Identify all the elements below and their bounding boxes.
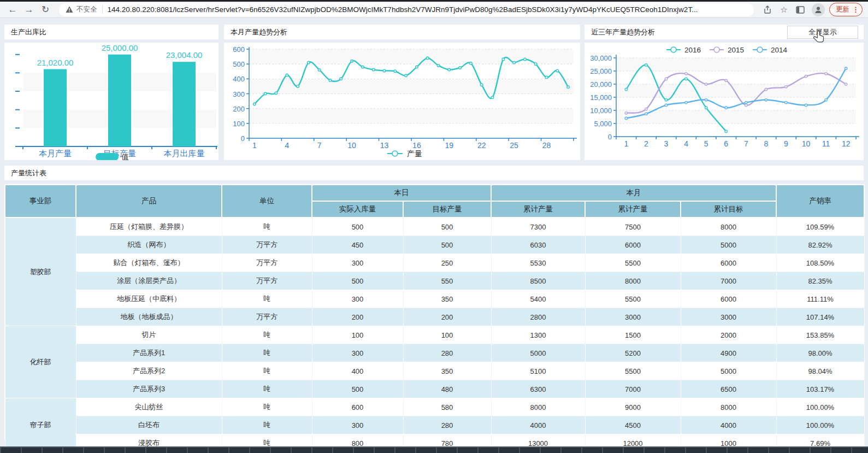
x-axis-label: 3 [664,139,669,148]
table-cell: 1300 [491,326,585,344]
data-point [845,67,847,69]
data-point [705,99,707,101]
data-point [286,74,288,77]
table-cell: 8500 [491,272,585,290]
table-cell: 280 [403,416,491,434]
split-area-band [249,109,574,123]
side-panel-icon[interactable] [793,6,807,14]
three-year-panel-header: 近三年产量趋势分析 全屏显示 [584,25,864,39]
table-cell: 7000 [681,272,776,290]
three-year-title: 近三年产量趋势分析 [591,27,655,37]
table-cell: 切片 [76,326,222,344]
y-axis-label: 200 [233,105,245,113]
browser-menu-dots-icon[interactable]: ⋮ [852,5,859,14]
table-cell: 织造（网布） [76,236,222,254]
data-point [502,58,505,61]
table-cell: 尖山纺丝 [76,398,222,416]
x-axis-label: 19 [445,141,454,150]
data-point [556,69,559,72]
fullscreen-button[interactable]: 全屏显示 [787,26,858,39]
data-point [459,67,462,69]
data-point [685,101,687,103]
reload-icon[interactable]: ↻ [38,3,52,16]
data-point [437,64,440,67]
data-point [685,78,687,80]
url-text[interactable]: 144.20.80.220:8081/lczServer/hrServlet?v… [108,5,748,14]
bar-category-label: 本月产量 [39,149,72,158]
three-year-panel: 05,00010,00015,00020,00025,00030,0001234… [584,43,864,160]
back-icon[interactable]: ← [5,3,20,16]
table-cell: 6300 [491,380,585,398]
data-point [805,104,807,106]
y-axis-label: 300 [233,90,245,98]
bar [108,55,131,146]
table-cell: 吨 [222,416,312,434]
y-axis-label: 0 [241,134,245,143]
table-cell: 500 [403,236,491,254]
division-cell: 化纤部 [5,326,76,398]
bookmark-star-icon[interactable]: ☆ [777,5,791,15]
table-cell: 吨 [222,217,312,236]
x-axis-label: 13 [380,141,389,150]
table-row: 白坯布吨300280400045004000100.00% [5,416,864,434]
col-header-product: 产品 [76,185,222,217]
table-cell: 280 [403,344,491,362]
table-cell: 6000 [681,290,776,308]
data-point [383,69,386,72]
table-cell: 200 [403,308,491,326]
table-cell: 8000 [585,272,681,290]
table-cell: 580 [403,398,491,416]
table-row: 贴合（灯箱布、篷布）万平方300250553055006000108.50% [5,254,864,272]
legend-label: 2016 [684,46,701,54]
x-axis-label: 12 [842,139,851,148]
table-cell: 100 [403,326,491,344]
address-bar[interactable]: 不安全 144.20.80.220:8081/lczServer/hrServl… [59,3,754,16]
security-warning-icon[interactable] [66,6,73,13]
table-cell: 7000 [585,380,681,398]
table-cell: 350 [403,290,491,308]
table-cell: 5500 [585,290,681,308]
sub-header-today: 实际入库量 [312,201,403,217]
table-cell: 吨 [222,362,312,380]
y-axis-label: 15,000 [590,93,612,102]
table-cell: 98.00% [776,344,864,362]
legend-label: 值 [121,152,129,160]
data-point [625,112,627,114]
sub-header-today: 目标产量 [403,201,491,217]
split-area-band [249,49,574,64]
table-cell: 500 [312,217,403,236]
data-point [405,74,408,77]
bar-category-label: 本月出库量 [164,149,205,158]
table-cell: 2800 [491,308,585,326]
table-cell: 82.92% [776,236,864,254]
table-cell: 500 [312,380,403,398]
group-header-today: 本日 [312,185,491,201]
table-cell: 贴合（灯箱布、篷布） [76,254,222,272]
data-point [318,69,321,72]
table-cell: 153.85% [776,326,864,344]
profile-avatar-icon[interactable] [812,3,825,16]
x-axis-label: 10 [347,141,356,150]
share-icon[interactable] [760,5,775,14]
data-point [340,78,343,80]
legend-marker-circle [714,47,719,52]
table-row: 涂层（涂层类产品）万平方50055085008000700082.35% [5,272,864,290]
legend-marker-circle [757,47,763,52]
table-cell: 300 [312,254,403,272]
update-button[interactable]: 更新 ⋮ [829,3,863,16]
data-point [665,104,667,106]
data-point [448,68,451,71]
sub-header-month: 累计目标 [681,201,776,217]
data-point [845,83,847,85]
forward-icon[interactable]: → [22,3,36,16]
table-cell: 5000 [681,236,776,254]
x-axis-label: 4 [684,139,688,148]
table-cell: 5500 [585,254,681,272]
table-cell: 103.17% [776,380,864,398]
data-point [351,60,353,62]
table-cell: 万平方 [222,308,312,326]
table-cell: 5000 [491,344,585,362]
table-row: 塑胶部压延（灯箱膜、差异膜）吨500500730075008000109.59% [5,217,864,236]
table-cell: 产品系列1 [76,344,222,362]
col-header-unit: 单位 [222,185,312,217]
